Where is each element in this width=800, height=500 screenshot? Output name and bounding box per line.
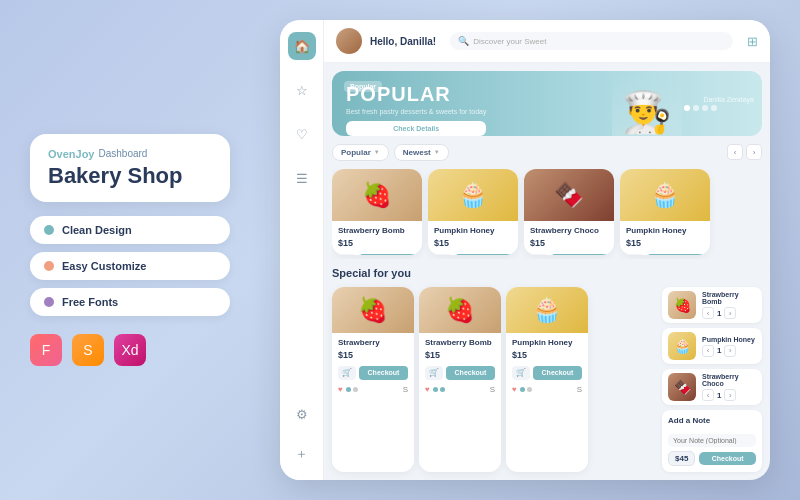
product-actions-1: 🛒 Checkout <box>332 254 422 255</box>
checkout-button-1[interactable]: Checkout <box>359 254 416 255</box>
badge-label-clean: Clean Design <box>62 224 132 236</box>
filter-pills: Popular ▼ Newest ▼ <box>332 144 449 161</box>
qty-num-2: 1 <box>717 346 721 355</box>
note-title: Add a Note <box>668 416 756 425</box>
product-actions-4: 🛒 Checkout <box>620 254 710 255</box>
filter-popular-arrow: ▼ <box>374 149 380 155</box>
s-dot-2 <box>353 387 358 392</box>
product-price-3: $15 <box>530 238 608 248</box>
hero-dot-1[interactable] <box>684 105 690 111</box>
qty-inc-2[interactable]: › <box>724 345 736 357</box>
topbar: Hello, Danilla! 🔍 Discover your Sweet ⊞ <box>324 20 770 63</box>
special-info-1: Strawberry $15 <box>332 333 414 363</box>
note-footer: $45 Checkout <box>668 451 756 466</box>
sidebar-heart-icon[interactable]: ♡ <box>288 120 316 148</box>
grid-icon[interactable]: ⊞ <box>747 34 758 49</box>
qty-dec-3[interactable]: ‹ <box>702 389 714 401</box>
checkout-button-4[interactable]: Checkout <box>647 254 704 255</box>
product-name-3: Strawberry Choco <box>530 226 608 236</box>
note-input[interactable] <box>668 434 756 447</box>
special-heart-3[interactable]: ♥ <box>512 385 517 394</box>
mini-img-3: 🍫 <box>668 373 696 401</box>
mini-img-2: 🧁 <box>668 332 696 360</box>
special-card-1: 🍓 Strawberry $15 🛒 Checkout ♥ <box>332 287 414 472</box>
mini-img-1: 🍓 <box>668 291 696 319</box>
figma-icon: F <box>30 334 62 366</box>
hero-username: Danilla Zendaya <box>684 96 754 103</box>
mini-name-2: Pumpkin Honey <box>702 336 756 343</box>
cart-button-3[interactable]: 🛒 <box>530 254 548 255</box>
checkout-button-2[interactable]: Checkout <box>455 254 512 255</box>
hero-person-image: 👨‍🍳 <box>612 71 682 136</box>
special-heart-2[interactable]: ♥ <box>425 385 430 394</box>
mini-qty-3: ‹ 1 › <box>702 389 756 401</box>
search-icon: 🔍 <box>458 36 469 46</box>
cart-button-4[interactable]: 🛒 <box>626 254 644 255</box>
badge-label-customize: Easy Customize <box>62 260 146 272</box>
special-img-2: 🍓 <box>419 287 501 333</box>
outer-container: OvenJoy Dashboard Bakery Shop Clean Desi… <box>0 0 800 500</box>
special-cart-3[interactable]: 🛒 <box>512 366 530 380</box>
special-price-2: $15 <box>425 350 495 360</box>
filter-newest[interactable]: Newest ▼ <box>394 144 449 161</box>
special-name-1: Strawberry <box>338 338 408 348</box>
special-rating-3: ♥ S <box>506 385 588 399</box>
xd-icon: Xd <box>114 334 146 366</box>
special-s-1: S <box>403 385 408 394</box>
hero-dot-3[interactable] <box>702 105 708 111</box>
sidebar-settings-icon[interactable]: ⚙ <box>288 400 316 428</box>
sidebar-list-icon[interactable]: ☰ <box>288 164 316 192</box>
special-grid: 🍓 Strawberry $15 🛒 Checkout ♥ <box>332 287 654 472</box>
right-panel: 🍓 Strawberry Bomb ‹ 1 › <box>662 287 762 472</box>
special-heart-1[interactable]: ♥ <box>338 385 343 394</box>
special-checkout-2[interactable]: Checkout <box>446 366 495 380</box>
prev-arrow-button[interactable]: ‹ <box>727 144 743 160</box>
filter-popular[interactable]: Popular ▼ <box>332 144 389 161</box>
scroll-area: Popular POPULAR Best fresh pastry desser… <box>324 63 770 480</box>
special-actions-3: 🛒 Checkout <box>506 366 588 385</box>
special-price-3: $15 <box>512 350 582 360</box>
hero-left: Popular POPULAR Best fresh pastry desser… <box>346 71 486 136</box>
search-bar[interactable]: 🔍 Discover your Sweet <box>450 32 733 50</box>
sidebar-home-icon[interactable]: 🏠 <box>288 32 316 60</box>
qty-inc-1[interactable]: › <box>724 307 736 319</box>
special-checkout-1[interactable]: Checkout <box>359 366 408 380</box>
hero-dot-2[interactable] <box>693 105 699 111</box>
product-img-1: 🍓 <box>332 169 422 221</box>
cart-button-2[interactable]: 🛒 <box>434 254 452 255</box>
special-price-1: $15 <box>338 350 408 360</box>
hero-badge: Popular <box>344 81 382 92</box>
filter-row: Popular ▼ Newest ▼ ‹ › <box>332 144 762 161</box>
bottom-split: 🍓 Strawberry $15 🛒 Checkout ♥ <box>332 287 762 472</box>
price-badge: $45 <box>668 451 695 466</box>
sidebar-add-icon[interactable]: ＋ <box>288 440 316 468</box>
sidebar-star-icon[interactable]: ☆ <box>288 76 316 104</box>
tool-icons: F S Xd <box>30 334 230 366</box>
special-cart-1[interactable]: 🛒 <box>338 366 356 380</box>
qty-dec-2[interactable]: ‹ <box>702 345 714 357</box>
product-card-4: 🧁 Pumpkin Honey $15 🛒 Checkout ♥ <box>620 169 710 255</box>
special-rating-2: ♥ S <box>419 385 501 399</box>
checkout-button-3[interactable]: Checkout <box>551 254 608 255</box>
checkout-big-button[interactable]: Checkout <box>699 452 756 465</box>
qty-inc-3[interactable]: › <box>724 389 736 401</box>
hero-check-details-button[interactable]: Check Details <box>346 121 486 136</box>
filter-popular-label: Popular <box>341 148 371 157</box>
hero-dots <box>684 105 754 111</box>
product-img-2: 🧁 <box>428 169 518 221</box>
product-card-2: 🧁 Pumpkin Honey $15 🛒 Checkout ♥ <box>428 169 518 255</box>
next-arrow-button[interactable]: › <box>746 144 762 160</box>
special-img-3: 🧁 <box>506 287 588 333</box>
s-dot-1 <box>346 387 351 392</box>
special-checkout-3[interactable]: Checkout <box>533 366 582 380</box>
qty-dec-1[interactable]: ‹ <box>702 307 714 319</box>
special-cart-2[interactable]: 🛒 <box>425 366 443 380</box>
product-info-3: Strawberry Choco $15 <box>524 221 614 251</box>
badge-label-fonts: Free Fonts <box>62 296 118 308</box>
cart-button-1[interactable]: 🛒 <box>338 254 356 255</box>
brand-dashboard: Dashboard <box>98 148 147 159</box>
mini-name-1: Strawberry Bomb <box>702 291 756 305</box>
hero-dot-4[interactable] <box>711 105 717 111</box>
filter-newest-label: Newest <box>403 148 431 157</box>
main-content: Hello, Danilla! 🔍 Discover your Sweet ⊞ … <box>324 20 770 480</box>
